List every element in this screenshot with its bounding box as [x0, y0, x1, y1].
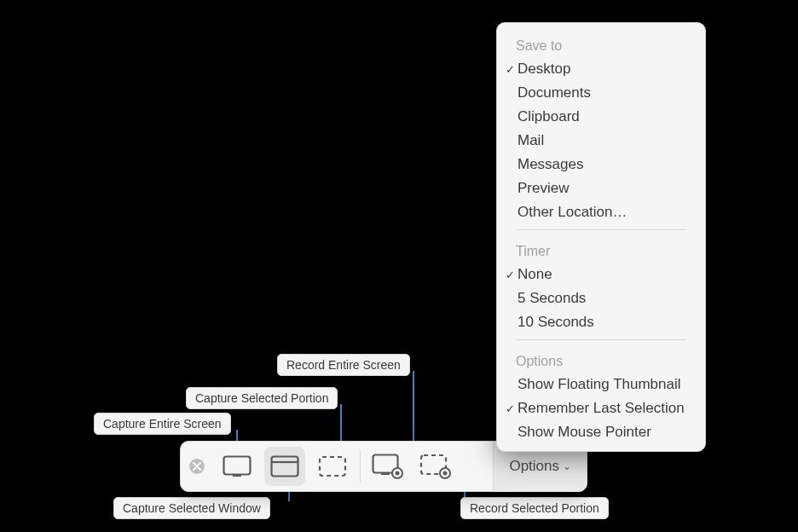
window-icon: [270, 455, 299, 477]
chevron-down-icon: ⌄: [563, 460, 571, 472]
menu-item-label: Messages: [518, 156, 583, 173]
menu-item-5s[interactable]: 5 Seconds: [497, 286, 705, 310]
record-entire-screen-button[interactable]: [367, 447, 408, 486]
menu-item-label: Desktop: [518, 61, 570, 78]
label-capture-selected-window: Capture Selected Window: [113, 497, 270, 519]
svg-rect-1: [233, 474, 241, 477]
label-record-selected-portion: Record Selected Portion: [460, 497, 609, 519]
capture-selected-window-button[interactable]: [264, 447, 305, 486]
check-icon: ✓: [504, 402, 516, 415]
options-menu: Save to ✓Desktop Documents Clipboard Mai…: [496, 22, 706, 452]
menu-item-desktop[interactable]: ✓Desktop: [497, 57, 705, 81]
svg-rect-0: [224, 457, 251, 475]
menu-item-documents[interactable]: Documents: [497, 81, 705, 105]
menu-item-label: 5 Seconds: [518, 290, 586, 307]
check-icon: ✓: [504, 63, 516, 76]
menu-item-label: Clipboard: [518, 108, 580, 125]
label-record-entire-screen: Record Entire Screen: [277, 354, 410, 376]
menu-item-label: Show Floating Thumbnail: [518, 376, 681, 393]
menu-item-floating-thumbnail[interactable]: Show Floating Thumbnail: [497, 373, 705, 396]
menu-item-mail[interactable]: Mail: [497, 129, 705, 153]
svg-rect-2: [272, 457, 298, 477]
menu-item-other-location[interactable]: Other Location…: [497, 200, 705, 224]
menu-item-label: Preview: [518, 180, 569, 197]
selection-icon: [318, 455, 347, 477]
menu-item-none[interactable]: ✓None: [497, 263, 705, 286]
check-icon: ✓: [504, 269, 516, 281]
menu-section-save-to: Save to: [497, 30, 705, 57]
svg-rect-4: [320, 457, 345, 476]
record-selected-portion-button[interactable]: [415, 447, 456, 486]
screen-icon: [223, 455, 252, 477]
label-capture-entire-screen: Capture Entire Screen: [94, 413, 231, 435]
close-button[interactable]: [189, 459, 205, 474]
menu-item-label: Other Location…: [518, 204, 627, 221]
options-button-label: Options: [509, 458, 559, 475]
menu-item-label: None: [518, 266, 552, 283]
capture-selected-portion-button[interactable]: [312, 447, 353, 486]
toolbar-divider: [360, 450, 361, 483]
svg-point-8: [396, 471, 400, 476]
menu-item-remember-selection[interactable]: ✓Remember Last Selection: [497, 396, 705, 420]
record-selection-icon: [419, 454, 452, 479]
menu-item-label: Show Mouse Pointer: [518, 424, 651, 441]
menu-divider: [516, 229, 686, 230]
close-icon: [193, 462, 201, 471]
svg-rect-6: [381, 472, 390, 475]
menu-item-label: Documents: [518, 84, 591, 101]
menu-section-timer: Timer: [497, 235, 705, 263]
menu-item-messages[interactable]: Messages: [497, 153, 705, 176]
menu-item-label: 10 Seconds: [518, 314, 594, 331]
menu-item-show-pointer[interactable]: Show Mouse Pointer: [497, 420, 705, 444]
menu-section-options: Options: [497, 345, 705, 373]
leader-line: [413, 371, 414, 449]
menu-divider: [516, 339, 686, 340]
menu-item-preview[interactable]: Preview: [497, 176, 705, 200]
capture-entire-screen-button[interactable]: [217, 447, 257, 486]
menu-item-label: Mail: [518, 132, 544, 149]
menu-item-clipboard[interactable]: Clipboard: [497, 105, 705, 129]
menu-item-label: Remember Last Selection: [518, 400, 685, 417]
svg-point-11: [443, 471, 448, 476]
menu-item-10s[interactable]: 10 Seconds: [497, 310, 705, 334]
record-screen-icon: [372, 454, 404, 479]
label-capture-selected-portion: Capture Selected Portion: [186, 387, 338, 409]
